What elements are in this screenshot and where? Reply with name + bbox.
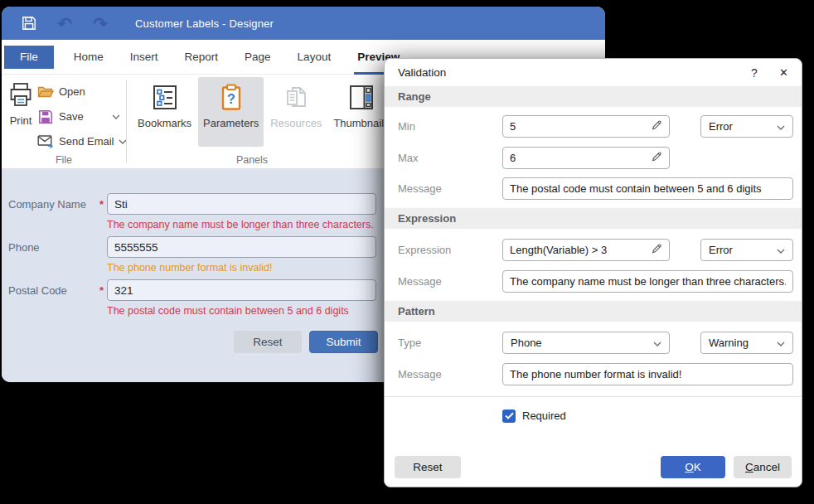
screen-background: ↶ ↷ Customer Labels - Designer File Home… xyxy=(0,0,814,504)
send-email-button[interactable]: Send Email xyxy=(36,130,127,153)
thumbnails-label: Thumbnails xyxy=(333,117,389,129)
thumbnails-icon xyxy=(346,81,376,114)
print-label: Print xyxy=(10,114,32,127)
ok-label: OK xyxy=(685,461,701,473)
max-input[interactable] xyxy=(510,152,651,164)
resources-button: Resources xyxy=(265,77,327,147)
company-name-input[interactable] xyxy=(107,193,376,215)
help-button[interactable]: ? xyxy=(742,66,767,80)
tab-file[interactable]: File xyxy=(4,46,54,69)
required-asterisk: * xyxy=(99,284,107,297)
dialog-header: Validation ? ✕ xyxy=(385,59,802,86)
chevron-down-icon xyxy=(653,337,661,349)
pencil-icon[interactable] xyxy=(651,151,662,166)
expression-label: Expression xyxy=(398,244,502,256)
postal-code-input[interactable] xyxy=(107,279,376,301)
envelope-icon xyxy=(36,134,55,148)
validation-dialog: Validation ? ✕ Range Min Error xyxy=(384,58,802,487)
save-dropdown-chevron-icon[interactable] xyxy=(112,114,120,119)
company-name-label: Company Name xyxy=(8,198,99,211)
max-editor[interactable] xyxy=(502,147,670,169)
ok-button[interactable]: OK xyxy=(661,456,725,478)
row-range-message: Message xyxy=(385,177,802,200)
pencil-icon[interactable] xyxy=(651,119,662,134)
dialog-reset-button[interactable]: Reset xyxy=(395,456,461,478)
tab-page[interactable]: Page xyxy=(231,40,284,75)
window-title: Customer Labels - Designer xyxy=(135,17,274,30)
row-expression: Expression Error xyxy=(385,239,802,261)
pattern-severity-select[interactable]: Warning xyxy=(700,332,793,354)
type-label: Type xyxy=(398,337,502,349)
phone-input[interactable] xyxy=(107,236,376,258)
dialog-title: Validation xyxy=(398,66,446,79)
min-label: Min xyxy=(398,120,502,133)
range-message-input[interactable] xyxy=(502,177,793,200)
required-checkbox[interactable] xyxy=(502,410,516,423)
expression-severity-select[interactable]: Error xyxy=(700,239,793,261)
dialog-footer: Reset OK Cancel xyxy=(385,456,802,487)
section-header-range: Range xyxy=(385,86,802,107)
expression-editor[interactable] xyxy=(502,239,670,261)
folder-open-icon xyxy=(36,85,55,99)
resources-icon xyxy=(281,81,311,114)
tab-home[interactable]: Home xyxy=(61,40,117,75)
save-label: Save xyxy=(59,110,84,123)
tab-layout[interactable]: Layout xyxy=(284,40,345,75)
required-row: Required xyxy=(502,409,802,423)
open-label: Open xyxy=(59,85,85,98)
tab-report[interactable]: Report xyxy=(172,40,232,75)
pattern-type-select[interactable]: Phone xyxy=(502,332,670,354)
expression-message-input[interactable] xyxy=(502,270,793,293)
undo-button[interactable]: ↶ xyxy=(54,12,75,34)
row-max: Max xyxy=(385,147,802,169)
close-icon[interactable]: ✕ xyxy=(767,66,788,79)
floppy-save-icon xyxy=(36,109,55,125)
pattern-message-input[interactable] xyxy=(502,363,793,385)
dialog-divider xyxy=(385,396,802,397)
printer-icon xyxy=(7,81,35,112)
tab-insert[interactable]: Insert xyxy=(117,40,172,75)
row-type: Type Phone Warning xyxy=(385,332,802,354)
postal-code-label: Postal Code xyxy=(8,284,99,297)
panels-group-label: Panels xyxy=(128,154,376,166)
expression-severity-value: Error xyxy=(709,244,777,256)
redo-button[interactable]: ↷ xyxy=(90,12,111,34)
bookmarks-icon xyxy=(150,81,180,114)
title-bar: ↶ ↷ Customer Labels - Designer xyxy=(2,7,605,40)
chevron-down-icon xyxy=(777,120,785,133)
pattern-severity-value: Warning xyxy=(709,337,777,349)
section-header-expression: Expression xyxy=(385,208,802,229)
cancel-button[interactable]: Cancel xyxy=(734,456,792,478)
pattern-message-label: Message xyxy=(398,368,502,380)
min-severity-select[interactable]: Error xyxy=(700,115,793,138)
min-severity-value: Error xyxy=(709,120,777,133)
chevron-down-icon xyxy=(777,244,785,256)
required-asterisk: * xyxy=(99,198,107,211)
expression-input[interactable] xyxy=(510,244,651,256)
bookmarks-label: Bookmarks xyxy=(138,117,191,129)
phone-label: Phone xyxy=(8,241,99,254)
range-message-label: Message xyxy=(398,182,502,195)
parameters-button[interactable]: ? Parameters xyxy=(198,77,264,147)
row-expression-message: Message xyxy=(385,270,802,293)
file-group-label: File xyxy=(2,154,126,166)
max-label: Max xyxy=(398,152,502,164)
pencil-icon[interactable] xyxy=(651,243,662,258)
check-icon xyxy=(505,412,514,419)
cancel-label: Cancel xyxy=(745,461,780,473)
bookmarks-button[interactable]: Bookmarks xyxy=(133,77,196,147)
save-quick-button[interactable] xyxy=(18,12,40,34)
required-label: Required xyxy=(522,410,566,422)
min-input[interactable] xyxy=(510,120,651,133)
save-button[interactable]: Save xyxy=(36,105,127,128)
ribbon-group-separator xyxy=(126,80,127,162)
expression-message-label: Message xyxy=(398,275,502,288)
parameters-icon: ? xyxy=(216,81,246,114)
min-editor[interactable] xyxy=(502,115,670,138)
resources-label: Resources xyxy=(270,117,322,129)
form-reset-button[interactable]: Reset xyxy=(234,331,302,353)
form-submit-button[interactable]: Submit xyxy=(309,331,378,353)
row-pattern-message: Message xyxy=(385,363,802,385)
row-min: Min Error xyxy=(385,115,802,138)
open-button[interactable]: Open xyxy=(36,80,127,103)
